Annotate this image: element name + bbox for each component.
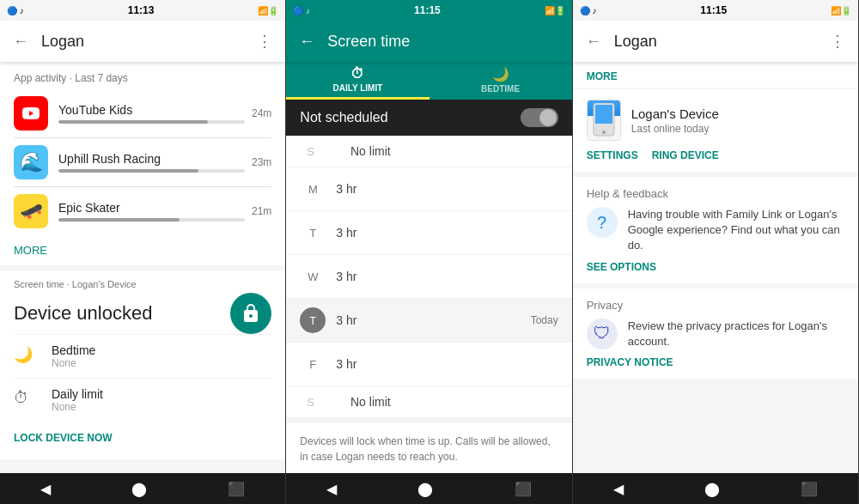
tab-bedtime[interactable]: 🌙 BEDTIME bbox=[430, 62, 572, 100]
device-status: Device unlocked bbox=[14, 293, 271, 334]
menu-button-1[interactable]: ⋮ bbox=[251, 27, 278, 55]
app-bar-3: ← Logan ⋮ bbox=[573, 21, 858, 62]
help-icon: ? bbox=[587, 207, 618, 238]
status-icons-left-2: 🔵 ♪ bbox=[293, 6, 310, 15]
app-bar-2: ← Screen time bbox=[286, 21, 571, 62]
nav-back-3[interactable]: ◀ bbox=[613, 481, 624, 497]
usage-fill-uphill bbox=[58, 169, 198, 173]
day-letter-s2: S bbox=[300, 396, 314, 409]
status-time-3: 11:15 bbox=[700, 4, 727, 16]
app-info-skater: Epic Skater bbox=[58, 201, 245, 222]
status-icons-right: 📶🔋 bbox=[258, 6, 278, 15]
day-row-saturday[interactable]: S No limit bbox=[286, 386, 571, 418]
nav-home-2[interactable]: ⬤ bbox=[417, 481, 433, 497]
nav-back-2[interactable]: ◀ bbox=[326, 481, 337, 497]
day-row-tuesday[interactable]: T 3 hr bbox=[286, 211, 571, 255]
status-bar-1: 🔵 ♪ 11:13 📶🔋 bbox=[0, 0, 285, 21]
settings-button[interactable]: SETTINGS bbox=[587, 149, 638, 161]
status-icons-right-3: 📶🔋 bbox=[831, 6, 851, 15]
app-title-1: Logan bbox=[41, 33, 251, 51]
status-icons-right-2: 📶🔋 bbox=[545, 6, 565, 15]
nav-bar-3: ◀ ⬤ ⬛ bbox=[573, 473, 858, 504]
day-circle-f: F bbox=[300, 351, 326, 377]
app-icon-youtube bbox=[14, 96, 48, 131]
content-3: MORE Logan's Device Last online today SE… bbox=[573, 62, 858, 473]
schedule-toggle[interactable] bbox=[521, 108, 558, 127]
device-actions: SETTINGS RING DEVICE bbox=[587, 149, 844, 161]
privacy-card: Privacy 🛡 Review the privacy practices f… bbox=[573, 288, 858, 379]
activity-header: App activity · Last 7 days bbox=[0, 62, 285, 89]
day-limit-m: 3 hr bbox=[336, 182, 557, 196]
tabs-bar: ⏱ DAILY LIMIT 🌙 BEDTIME bbox=[286, 62, 571, 100]
more-activity-button[interactable]: MORE bbox=[0, 235, 285, 265]
app-info-youtube: YouTube Kids bbox=[58, 103, 245, 124]
panel-logan-activity: 🔵 ♪ 11:13 📶🔋 ← Logan ⋮ App activity · La… bbox=[0, 0, 286, 504]
screen-time-section: Screen time · Logan's Device Device unlo… bbox=[0, 270, 285, 459]
ring-device-button[interactable]: RING DEVICE bbox=[652, 149, 719, 161]
privacy-icon: 🛡 bbox=[587, 319, 618, 349]
usage-bar-youtube bbox=[58, 120, 245, 124]
device-card: Logan's Device Last online today SETTING… bbox=[573, 89, 858, 172]
app-title-2: Screen time bbox=[327, 33, 564, 51]
app-name-uphill: Uphill Rush Racing bbox=[58, 152, 245, 166]
app-time-youtube: 24m bbox=[252, 107, 271, 119]
nav-bar-1: ◀ ⬤ ⬛ bbox=[0, 473, 285, 504]
today-badge: Today bbox=[531, 314, 558, 326]
app-title-3: Logan bbox=[614, 33, 824, 51]
app-item-youtube[interactable]: YouTube Kids 24m bbox=[0, 89, 285, 137]
daily-limit-text: Daily limit None bbox=[52, 387, 271, 413]
day-circle-t1: T bbox=[300, 220, 326, 246]
daily-limit-tab-icon: ⏱ bbox=[350, 66, 364, 82]
day-letter-s1: S bbox=[300, 145, 314, 158]
nav-home-3[interactable]: ⬤ bbox=[704, 481, 720, 497]
day-row-wednesday[interactable]: W 3 hr bbox=[286, 255, 571, 299]
app-time-skater: 21m bbox=[252, 205, 271, 217]
svg-point-2 bbox=[602, 131, 606, 134]
app-item-uphill[interactable]: 🌊 Uphill Rush Racing 23m bbox=[0, 138, 285, 186]
nav-recent-3[interactable]: ⬛ bbox=[801, 481, 818, 497]
menu-button-3[interactable]: ⋮ bbox=[824, 27, 851, 55]
screen-time-label: Screen time · Logan's Device bbox=[14, 279, 271, 289]
back-button-1[interactable]: ← bbox=[7, 27, 34, 55]
help-card: Help & feedback ? Having trouble with Fa… bbox=[573, 177, 858, 283]
app-info-uphill: Uphill Rush Racing bbox=[58, 152, 245, 173]
tab-daily-limit[interactable]: ⏱ DAILY LIMIT bbox=[286, 62, 429, 100]
see-options-button[interactable]: SEE OPTIONS bbox=[587, 261, 844, 273]
daily-limit-icon: ⏱ bbox=[14, 389, 41, 407]
privacy-notice-button[interactable]: PRIVACY NOTICE bbox=[587, 356, 844, 368]
schedule-toggle-row: Not scheduled bbox=[286, 100, 571, 136]
bedtime-row[interactable]: 🌙 Bedtime None bbox=[14, 334, 271, 378]
toggle-label: Not scheduled bbox=[300, 110, 387, 125]
tab-bedtime-label: BEDTIME bbox=[481, 84, 520, 94]
help-text: Having trouble with Family Link or Logan… bbox=[628, 207, 844, 254]
status-time-1: 11:13 bbox=[128, 4, 155, 16]
day-limit-w: 3 hr bbox=[336, 270, 557, 283]
status-bar-2: 🔵 ♪ 11:15 📶🔋 bbox=[286, 0, 571, 21]
back-button-2[interactable]: ← bbox=[293, 27, 320, 55]
back-button-3[interactable]: ← bbox=[580, 27, 607, 55]
nav-recent-2[interactable]: ⬛ bbox=[515, 481, 532, 497]
day-row-thursday[interactable]: T 3 hr Today bbox=[286, 299, 571, 343]
nav-home-1[interactable]: ⬤ bbox=[131, 481, 147, 497]
usage-fill-youtube bbox=[58, 120, 208, 124]
privacy-text: Review the privacy practices for Logan's… bbox=[628, 319, 844, 349]
day-limit-s2: No limit bbox=[350, 395, 558, 409]
app-item-skater[interactable]: 🛹 Epic Skater 21m bbox=[0, 187, 285, 235]
day-row-sunday-1[interactable]: S No limit bbox=[286, 136, 571, 167]
nav-back-1[interactable]: ◀ bbox=[40, 481, 51, 497]
day-row-friday[interactable]: F 3 hr bbox=[286, 343, 571, 386]
app-time-uphill: 23m bbox=[252, 156, 271, 168]
status-bar-3: 🔵 ♪ 11:15 📶🔋 bbox=[573, 0, 858, 21]
app-name-skater: Epic Skater bbox=[58, 201, 245, 215]
lock-device-button[interactable]: LOCK DEVICE NOW bbox=[14, 425, 271, 451]
day-row-monday[interactable]: M 3 hr bbox=[286, 167, 571, 211]
day-circle-t2: T bbox=[300, 307, 326, 333]
svg-rect-1 bbox=[595, 105, 612, 124]
usage-bar-skater bbox=[58, 218, 245, 222]
daily-limit-row[interactable]: ⏱ Daily limit None bbox=[14, 378, 271, 422]
content-1: App activity · Last 7 days YouTube Kids … bbox=[0, 62, 285, 473]
app-name-youtube: YouTube Kids bbox=[58, 103, 245, 117]
app-icon-skater: 🛹 bbox=[14, 194, 48, 228]
nav-recent-1[interactable]: ⬛ bbox=[228, 481, 245, 497]
panel-logan-details: 🔵 ♪ 11:15 📶🔋 ← Logan ⋮ MORE Log bbox=[573, 0, 859, 504]
